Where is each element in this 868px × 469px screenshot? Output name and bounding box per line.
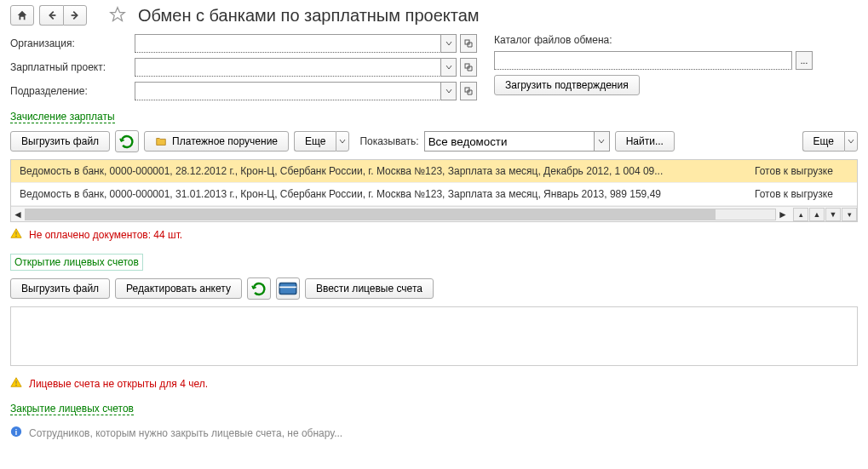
chevron-down-icon [445,40,452,47]
payroll-table: Ведомость в банк, 0000-000001, 28.12.201… [10,159,858,222]
star-icon [109,6,126,23]
chevron-down-icon [445,64,452,71]
org-open[interactable] [460,34,477,53]
row-desc: Ведомость в банк, 0000-000001, 31.01.201… [20,188,738,200]
find-button[interactable]: Найти... [615,131,675,152]
show-dropdown[interactable] [595,131,610,152]
warning-text-2: Лицевые счета не открыты для 4 чел. [29,378,208,390]
enter-accounts-button[interactable]: Ввести лицевые счета [305,278,434,299]
chevron-down-icon [445,88,452,94]
horizontal-scrollbar[interactable]: ◄ ► ▴ ▲ ▼ ▾ [11,206,857,221]
warning-icon [10,376,22,391]
dept-dropdown[interactable] [441,82,457,100]
row-desc: Ведомость в банк, 0000-000001, 28.12.201… [20,165,738,177]
catalog-browse[interactable]: ... [796,51,813,70]
table-row[interactable]: Ведомость в банк, 0000-000001, 28.12.201… [11,160,857,183]
info-icon: i [10,426,22,440]
project-open[interactable] [460,58,477,77]
payment-order-label: Платежное поручение [172,135,278,147]
org-input[interactable] [135,34,441,53]
dept-input[interactable] [135,82,441,100]
back-button[interactable] [39,5,63,26]
card-button[interactable] [276,277,300,300]
section1-link[interactable]: Зачисление зарплаты [10,111,115,123]
page-title: Обмен с банками по зарплатным проектам [138,6,480,26]
more-button-2[interactable]: Еще [802,131,844,152]
svg-point-6 [15,236,16,237]
svg-text:i: i [15,428,17,437]
project-dropdown[interactable] [441,58,457,77]
export-file-button-2[interactable]: Выгрузить файл [10,278,110,299]
dept-label: Подразделение: [10,85,129,97]
warning-text: Не оплачено документов: 44 шт. [29,229,182,241]
nav-last[interactable]: ▾ [842,208,857,221]
svg-point-10 [15,385,16,386]
open-icon [464,87,473,95]
svg-rect-7 [279,283,296,295]
folder-icon [155,135,167,147]
favorite-button[interactable] [109,6,126,26]
org-dropdown[interactable] [441,34,457,53]
warning-icon [10,227,22,242]
project-input[interactable] [135,58,441,77]
arrow-right-icon [69,9,81,21]
nav-first[interactable]: ▴ [793,208,808,221]
load-confirm-button[interactable]: Загрузить подтверждения [494,75,640,95]
more-button-1[interactable]: Еще [294,131,336,152]
show-label: Показывать: [359,135,418,147]
catalog-input[interactable] [494,51,792,70]
export-file-button[interactable]: Выгрузить файл [10,131,110,152]
row-status: Готов к выгрузке [738,165,848,177]
refresh-icon [248,277,270,300]
row-status: Готов к выгрузке [738,188,848,200]
refresh-button-2[interactable] [247,277,271,300]
home-icon [16,9,28,21]
home-button[interactable] [10,5,34,26]
open-icon [464,63,473,71]
scroll-right[interactable]: ► [776,208,790,221]
nav-down[interactable]: ▼ [825,208,841,221]
more-dropdown-2[interactable] [844,131,858,152]
org-label: Организация: [10,37,129,49]
catalog-label: Каталог файлов обмена: [494,34,813,46]
open-icon [464,39,473,48]
scroll-left[interactable]: ◄ [11,208,25,221]
chevron-down-icon [598,138,605,145]
edit-form-button[interactable]: Редактировать анкету [115,278,242,299]
project-label: Зарплатный проект: [10,61,129,73]
dept-open[interactable] [460,82,477,100]
payment-order-button[interactable]: Платежное поручение [144,131,289,152]
more-dropdown-1[interactable] [336,131,349,152]
table-row[interactable]: Ведомость в банк, 0000-000001, 31.01.201… [11,183,857,206]
accounts-list [10,306,858,366]
refresh-button[interactable] [115,130,139,152]
chevron-down-icon [339,138,346,145]
refresh-icon [116,130,138,152]
nav-up[interactable]: ▲ [809,208,825,221]
show-select[interactable] [424,131,595,152]
forward-button[interactable] [63,5,87,26]
section3-link[interactable]: Закрытие лицевых счетов [10,403,134,415]
info-text: Сотрудников, которым нужно закрыть лицев… [29,427,342,439]
arrow-left-icon [46,9,58,21]
section2-link[interactable]: Открытие лицевых счетов [10,254,143,271]
card-icon [277,277,299,300]
chevron-down-icon [848,138,854,145]
